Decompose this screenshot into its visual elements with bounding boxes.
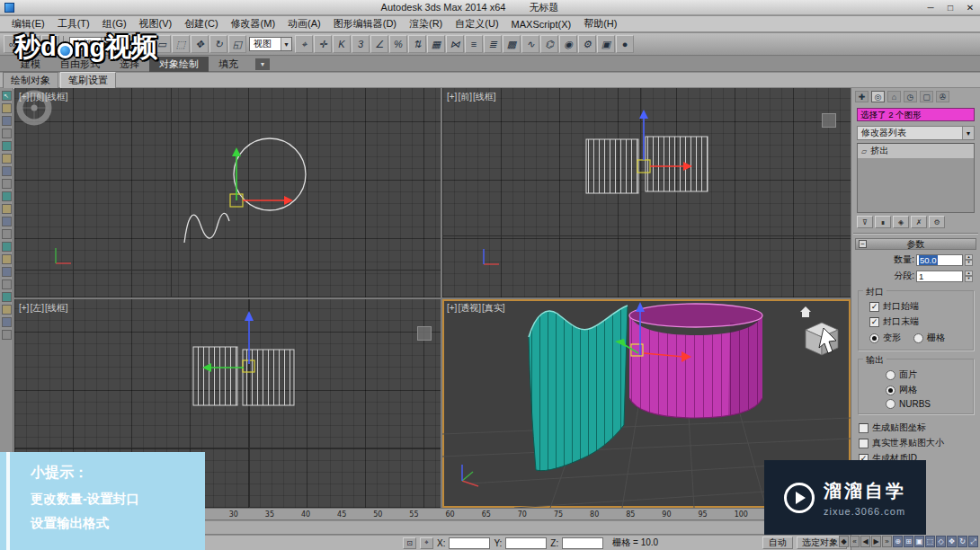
object-name-field[interactable]: 选择了 2 个图形 [857, 108, 975, 121]
viewport-name-menu[interactable]: [前] [458, 92, 472, 102]
left-tool-icon[interactable] [2, 217, 12, 226]
viewport-name-menu[interactable]: [左] [30, 303, 44, 313]
left-tool-icon[interactable] [2, 141, 12, 151]
ribbon-tab[interactable]: 填充 [209, 57, 248, 72]
left-tool-icon[interactable] [2, 204, 12, 214]
amount-field[interactable]: 50.0 [916, 254, 963, 266]
configure-modifier-sets-icon[interactable]: ⚙ [929, 216, 945, 228]
viewport-menu-plus[interactable]: [+] [447, 303, 457, 313]
patch-radio[interactable]: 面片 [886, 368, 969, 381]
segments-field[interactable]: 1 [916, 271, 963, 282]
circle-spline[interactable] [234, 138, 306, 210]
select-and-scale-icon[interactable]: ◱ [228, 35, 246, 53]
left-tool-icon[interactable] [2, 154, 12, 164]
render-setup-icon[interactable]: ⚙ [578, 35, 596, 53]
modify-tab-icon[interactable]: ◎ [871, 91, 885, 102]
play-icon[interactable]: ▶ [871, 536, 881, 547]
viewport-shading-menu[interactable]: [线框] [45, 92, 68, 102]
field-of-view-icon[interactable]: ◇ [936, 536, 946, 547]
mesh-radio[interactable]: 网格 [886, 384, 969, 396]
real-world-map-size-checkbox[interactable]: 真实世界贴图大小 [859, 437, 980, 449]
amount-spinner[interactable] [965, 254, 973, 266]
material-editor-icon[interactable]: ◉ [559, 35, 577, 53]
cap-end-checkbox[interactable]: 封口末端 [869, 315, 969, 328]
auto-key-button[interactable]: 自动 [762, 537, 793, 549]
y-coordinate-field[interactable] [505, 537, 547, 549]
menu-item[interactable]: 渲染(R) [403, 17, 449, 31]
select-and-move-icon[interactable]: ✥ [191, 35, 209, 53]
edit-named-selection-sets-icon[interactable]: ▦ [427, 35, 445, 53]
pin-stack-icon[interactable]: ⊽ [857, 216, 873, 228]
left-tool-icon[interactable] [2, 279, 12, 289]
menu-item[interactable]: 视图(V) [133, 17, 179, 31]
left-tool-icon[interactable] [2, 242, 12, 252]
mirror-icon[interactable]: ⋈ [446, 35, 464, 53]
cylinder-object-wireframe[interactable] [243, 350, 294, 405]
left-tool-icon[interactable] [2, 330, 12, 340]
menu-item[interactable]: 组(G) [96, 17, 133, 31]
left-tool-icon[interactable] [2, 103, 12, 113]
menu-item[interactable]: 图形编辑器(D) [327, 17, 403, 31]
maximize-viewport-toggle-icon[interactable]: ⤢ [968, 536, 978, 547]
viewport-menu-plus[interactable]: [+] [19, 92, 29, 102]
ribbon-minimize-dropdown[interactable] [255, 58, 270, 70]
left-tool-icon[interactable] [2, 292, 12, 302]
wave-spline[interactable] [184, 213, 229, 243]
viewcube-mini-icon[interactable] [417, 326, 432, 341]
menu-item[interactable]: 帮助(H) [577, 17, 623, 31]
percent-snap-icon[interactable]: % [389, 35, 407, 53]
zoom-extents-all-icon[interactable]: ⬚ [925, 536, 935, 547]
create-tab-icon[interactable]: ✚ [855, 91, 869, 102]
menu-item[interactable]: 编辑(E) [5, 17, 51, 31]
menu-item[interactable]: MAXScript(X) [505, 19, 578, 30]
z-coordinate-field[interactable] [562, 537, 603, 549]
schematic-view-icon[interactable]: ⌬ [540, 35, 558, 53]
left-tool-icon[interactable] [2, 166, 12, 176]
selection-lock-icon[interactable]: ⊡ [403, 537, 416, 549]
wave-object-wireframe[interactable] [586, 139, 638, 193]
pan-view-icon[interactable]: ✥ [947, 536, 957, 547]
left-tool-icon[interactable] [2, 229, 12, 239]
viewport-name-menu[interactable]: [顶] [30, 92, 44, 102]
angle-snap-icon[interactable]: ∠ [370, 35, 388, 53]
left-tool-icon[interactable] [2, 305, 12, 315]
close-button[interactable]: ✕ [960, 3, 980, 13]
go-to-end-icon[interactable]: » [882, 536, 892, 547]
curve-editor-icon[interactable]: ∿ [521, 35, 539, 53]
align-icon[interactable]: ≡ [465, 35, 483, 53]
generate-mapping-coords-checkbox[interactable]: 生成贴图坐标 [859, 421, 980, 434]
extruded-cylinder-object[interactable] [629, 304, 762, 418]
viewport-menu-plus[interactable]: [+] [19, 303, 29, 313]
snaps-toggle-icon[interactable]: 3 [352, 35, 370, 53]
ribbon-panel-tab[interactable]: 绘制对象 [3, 72, 58, 89]
menu-item[interactable]: 动画(A) [281, 17, 327, 31]
show-end-result-icon[interactable]: ∎ [875, 216, 891, 228]
zoom-extents-icon[interactable]: ▣ [914, 536, 924, 547]
spinner-snap-icon[interactable]: ⇅ [408, 35, 426, 53]
minimize-button[interactable]: ─ [921, 3, 940, 13]
viewport-shading-menu[interactable]: [线框] [473, 92, 496, 102]
select-and-manipulate-icon[interactable]: ✛ [314, 35, 332, 53]
zoom-all-icon[interactable]: ⊞ [904, 536, 913, 547]
keyboard-shortcut-override-icon[interactable]: K [333, 35, 351, 53]
menu-item[interactable]: 创建(C) [178, 17, 224, 31]
viewport-front[interactable]: [+][前][线框] [442, 88, 851, 297]
remove-modifier-icon[interactable]: ✗ [911, 216, 927, 228]
modifier-list-dropdown[interactable]: 修改器列表 [857, 126, 975, 140]
previous-frame-icon[interactable]: ◀ [860, 536, 870, 547]
window-crossing-icon[interactable]: ⬚ [172, 35, 190, 53]
wave-object-wireframe[interactable] [193, 347, 237, 405]
segments-spinner[interactable] [965, 271, 973, 282]
cylinder-object-wireframe[interactable] [646, 137, 708, 191]
maximize-button[interactable]: □ [940, 3, 960, 13]
reference-coordinate-dropdown[interactable]: 视图 [249, 37, 292, 51]
viewport-top[interactable]: [+][顶][线框] [14, 88, 441, 297]
left-tool-icon[interactable] [2, 267, 12, 277]
render-production-icon[interactable]: ● [616, 35, 634, 53]
menu-item[interactable]: 修改器(M) [225, 17, 282, 31]
viewport-name-menu[interactable]: [透视] [458, 303, 481, 313]
move-gizmo[interactable] [230, 147, 293, 207]
parameters-rollout-header[interactable]: 参数 [855, 238, 976, 250]
select-and-rotate-icon[interactable]: ↻ [209, 35, 227, 53]
viewport-menu-plus[interactable]: [+] [447, 92, 457, 102]
